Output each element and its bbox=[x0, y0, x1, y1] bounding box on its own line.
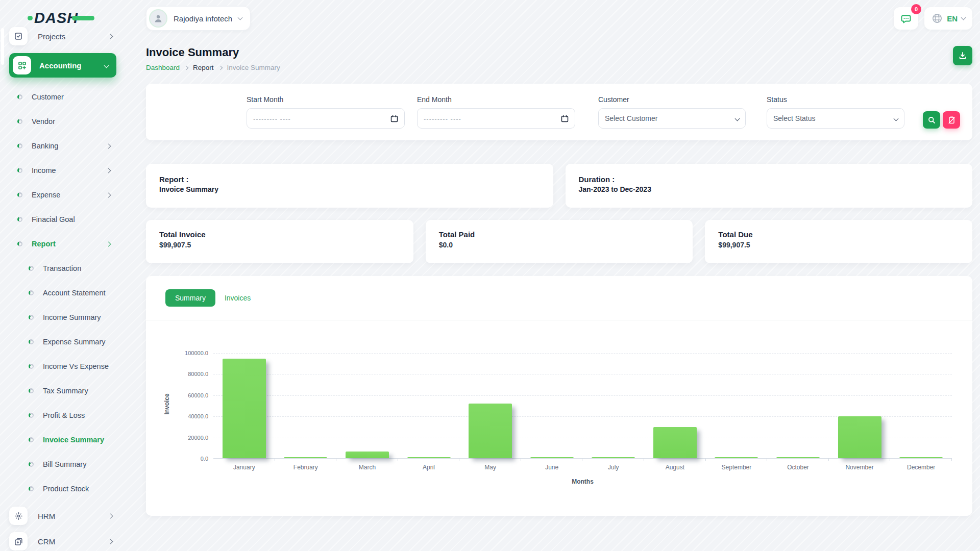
company-selector[interactable]: Rajodiya infotech bbox=[146, 6, 251, 31]
sidebar-item-transaction[interactable]: Transaction bbox=[9, 256, 126, 281]
y-tick-label: 60000.0 bbox=[188, 392, 208, 398]
bullet-icon bbox=[29, 266, 34, 271]
stats-row: Total Invoice $99,907.5 Total Paid $0.0 … bbox=[146, 220, 972, 263]
bar-slot bbox=[521, 353, 583, 458]
reset-button[interactable] bbox=[943, 111, 960, 129]
x-tick-label: December bbox=[890, 464, 952, 471]
sidebar-item-projects[interactable]: Projects bbox=[9, 23, 126, 49]
top-bar: Rajodiya infotech 0 EN bbox=[146, 0, 972, 37]
sidebar-item-invoice-summary[interactable]: Invoice Summary bbox=[9, 428, 126, 452]
customer-select[interactable]: Select Customer bbox=[598, 108, 746, 129]
language-selector[interactable]: EN bbox=[924, 7, 972, 30]
sidebar-item-income-summary[interactable]: Income Summary bbox=[9, 305, 126, 330]
sidebar-item-income-vs-expense[interactable]: Income Vs Expense bbox=[9, 354, 126, 379]
start-month-field: Start Month --------- ---- bbox=[247, 95, 405, 129]
y-tick-label: 100000.0 bbox=[185, 350, 208, 356]
bar-july[interactable] bbox=[592, 457, 635, 458]
messages-button[interactable]: 0 bbox=[894, 7, 918, 30]
calendar-icon[interactable] bbox=[390, 115, 398, 122]
sidebar-item-label: Income Summary bbox=[43, 313, 126, 321]
breadcrumb: DashboardReportInvoice Summary bbox=[146, 64, 280, 71]
end-month-label: End Month bbox=[417, 95, 575, 104]
sidebar-item-expense-summary[interactable]: Expense Summary bbox=[9, 330, 126, 354]
status-label: Status bbox=[767, 95, 904, 104]
bullet-icon bbox=[29, 388, 34, 393]
x-tick-label: October bbox=[767, 464, 829, 471]
bar-slot bbox=[829, 353, 891, 458]
sidebar-group-accounting[interactable]: Accounting bbox=[9, 53, 116, 78]
total-due-card: Total Due $99,907.5 bbox=[705, 220, 972, 263]
end-month-input[interactable]: --------- ---- bbox=[417, 108, 575, 129]
breadcrumb-item-invoice-summary: Invoice Summary bbox=[227, 64, 280, 71]
sidebar-item-banking[interactable]: Banking bbox=[9, 134, 126, 158]
tab-summary[interactable]: Summary bbox=[165, 289, 215, 307]
chart-tabs: Summary Invoices bbox=[146, 289, 972, 307]
sidebar-item-account-statement[interactable]: Account Statement bbox=[9, 281, 126, 305]
search-button[interactable] bbox=[923, 111, 940, 129]
bar-slot bbox=[644, 353, 706, 458]
stat-label: Total Due bbox=[718, 230, 959, 239]
bar-august[interactable] bbox=[653, 427, 697, 458]
bar-june[interactable] bbox=[530, 457, 574, 458]
bar-september[interactable] bbox=[715, 457, 758, 458]
breadcrumb-item-dashboard[interactable]: Dashboard bbox=[146, 64, 180, 71]
chevron-right-icon bbox=[106, 241, 111, 246]
projects-icon bbox=[9, 27, 28, 45]
sidebar-item-expense[interactable]: Expense bbox=[9, 183, 126, 207]
sidebar-item-hrm[interactable]: HRM bbox=[9, 503, 126, 529]
x-tick-label: January bbox=[213, 464, 275, 471]
status-select[interactable]: Select Status bbox=[767, 108, 904, 129]
messages-badge: 0 bbox=[911, 4, 921, 14]
stat-label: Total Paid bbox=[439, 230, 680, 239]
bar-february[interactable] bbox=[284, 457, 327, 458]
download-button[interactable] bbox=[953, 46, 972, 65]
sidebar-item-income[interactable]: Income bbox=[9, 158, 126, 183]
bullet-icon bbox=[29, 290, 34, 295]
tab-invoices[interactable]: Invoices bbox=[223, 289, 253, 307]
stat-value: $0.0 bbox=[439, 241, 680, 249]
sidebar-item-product-stock[interactable]: Product Stock bbox=[9, 477, 126, 501]
sidebar-item-crm[interactable]: CRM bbox=[9, 529, 126, 551]
sidebar-item-label: Product Stock bbox=[43, 485, 126, 493]
sidebar-item-customer[interactable]: Customer bbox=[9, 85, 126, 109]
bar-march[interactable] bbox=[346, 452, 389, 458]
sidebar-item-report[interactable]: Report bbox=[9, 232, 126, 256]
sidebar-item-profit-loss[interactable]: Profit & Loss bbox=[9, 403, 126, 428]
bar-may[interactable] bbox=[469, 404, 512, 458]
bar-december[interactable] bbox=[899, 457, 943, 458]
company-avatar bbox=[149, 9, 167, 28]
sidebar-item-finacial-goal[interactable]: Finacial Goal bbox=[9, 207, 126, 232]
page-header: Invoice Summary DashboardReportInvoice S… bbox=[146, 46, 972, 71]
sidebar-item-label: Projects bbox=[38, 32, 109, 41]
customer-field: Customer Select Customer bbox=[598, 95, 746, 129]
bar-october[interactable] bbox=[776, 457, 820, 458]
bar-november[interactable] bbox=[838, 416, 881, 458]
chevron-down-icon bbox=[104, 63, 109, 68]
x-tick-label: November bbox=[829, 464, 891, 471]
bullet-icon bbox=[17, 241, 22, 246]
chart-plot-area: 100000.080000.060000.040000.020000.00.0 bbox=[213, 353, 952, 459]
sidebar-item-vendor[interactable]: Vendor bbox=[9, 109, 126, 134]
start-month-input[interactable]: --------- ---- bbox=[247, 108, 405, 129]
globe-icon bbox=[932, 13, 943, 24]
chevron-down-icon bbox=[894, 116, 899, 121]
logo-dash bbox=[72, 16, 94, 20]
chevron-right-icon bbox=[108, 34, 113, 39]
sidebar-scrollbar[interactable] bbox=[1, 28, 4, 65]
search-icon bbox=[928, 116, 936, 124]
bar-april[interactable] bbox=[407, 457, 451, 458]
bullet-icon bbox=[29, 486, 34, 491]
language-code: EN bbox=[947, 14, 958, 23]
sidebar-item-tax-summary[interactable]: Tax Summary bbox=[9, 379, 126, 403]
chart-card: Summary Invoices Invoice 100000.080000.0… bbox=[146, 276, 972, 516]
bar-january[interactable] bbox=[223, 359, 266, 458]
bullet-icon bbox=[17, 168, 22, 173]
calendar-icon[interactable] bbox=[561, 115, 569, 122]
sidebar-item-bill-summary[interactable]: Bill Summary bbox=[9, 452, 126, 477]
bullet-icon bbox=[17, 94, 22, 99]
bullet-icon bbox=[17, 143, 22, 148]
breadcrumb-item-report[interactable]: Report bbox=[193, 64, 214, 71]
report-card-value: Invoice Summary bbox=[159, 185, 540, 193]
download-icon bbox=[959, 52, 967, 60]
end-month-field: End Month --------- ---- bbox=[417, 95, 575, 129]
